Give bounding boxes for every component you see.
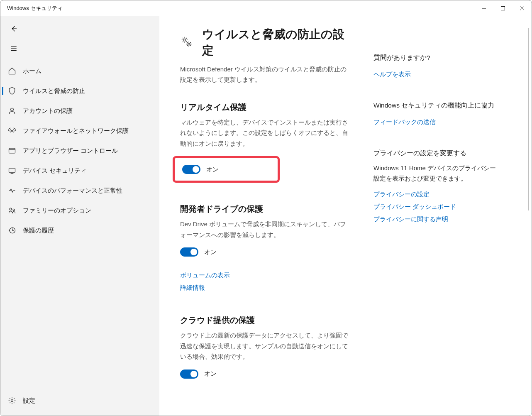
page-title: ウイルスと脅威の防止の設定 bbox=[202, 26, 352, 59]
svg-point-8 bbox=[11, 130, 12, 131]
sidebar-item-label: 設定 bbox=[23, 397, 35, 405]
svg-point-17 bbox=[184, 39, 186, 42]
realtime-toggle[interactable] bbox=[182, 165, 200, 174]
maximize-icon bbox=[500, 6, 505, 11]
privacy-heading: プライバシーの設定を変更する bbox=[373, 148, 502, 159]
minimize-button[interactable] bbox=[474, 0, 493, 16]
sidebar: ホーム ウイルスと脅威の防止 アカウントの保護 ファイアウォールとネットワーク保… bbox=[0, 16, 159, 416]
minimize-icon bbox=[481, 6, 486, 11]
link-privacy-settings[interactable]: プライバシーの設定 bbox=[373, 188, 502, 201]
svg-rect-1 bbox=[501, 6, 505, 10]
section-realtime: リアルタイム保護 マルウェアを特定し、デバイスでインストールまたは実行されないよ… bbox=[180, 102, 352, 183]
sidebar-item-settings[interactable]: 設定 bbox=[2, 391, 158, 411]
svg-point-18 bbox=[188, 43, 190, 45]
account-icon bbox=[8, 107, 16, 115]
shield-icon bbox=[8, 87, 16, 95]
family-icon bbox=[8, 206, 16, 215]
privacy-sub: Windows 11 Home デバイスのプライバシー設定を表示および変更できま… bbox=[373, 163, 502, 184]
device-icon bbox=[8, 166, 16, 175]
section-cloud: クラウド提供の保護 クラウド上の最新の保護データにアクセスして、より強固で迅速な… bbox=[180, 315, 352, 379]
sidebar-item-family[interactable]: ファミリーのオプション bbox=[2, 201, 158, 220]
link-get-help[interactable]: ヘルプを表示 bbox=[373, 68, 502, 81]
close-icon bbox=[520, 6, 525, 11]
section-title: クラウド提供の保護 bbox=[180, 315, 352, 326]
feedback-heading: Windows セキュリティの機能向上に協力 bbox=[373, 100, 502, 111]
sidebar-item-label: アカウントの保護 bbox=[23, 107, 73, 115]
devdrive-toggle[interactable] bbox=[180, 247, 198, 257]
svg-point-14 bbox=[13, 209, 15, 210]
svg-point-16 bbox=[11, 400, 13, 402]
sidebar-item-label: デバイス セキュリティ bbox=[23, 167, 87, 175]
feedback-section: Windows セキュリティの機能向上に協力 フィードバックの送信 bbox=[373, 100, 502, 128]
sidebar-item-perf[interactable]: デバイスのパフォーマンスと正常性 bbox=[2, 181, 158, 201]
section-title: 開発者ドライブの保護 bbox=[180, 203, 352, 215]
app-browser-icon bbox=[8, 147, 16, 155]
link-more-info[interactable]: 詳細情報 bbox=[180, 281, 352, 294]
firewall-icon bbox=[8, 127, 16, 135]
toggle-label: オン bbox=[204, 248, 217, 256]
maximize-button[interactable] bbox=[493, 0, 512, 16]
window-controls bbox=[474, 0, 532, 16]
privacy-section: プライバシーの設定を変更する Windows 11 Home デバイスのプライバ… bbox=[373, 148, 502, 225]
cloud-toggle[interactable] bbox=[180, 370, 198, 379]
help-heading: 質問がありますか? bbox=[373, 53, 502, 63]
sidebar-item-label: ウイルスと脅威の防止 bbox=[23, 87, 85, 95]
section-desc: クラウド上の最新の保護データにアクセスして、より強固で迅速な保護を実現します。サ… bbox=[180, 330, 352, 362]
help-section: 質問がありますか? ヘルプを表示 bbox=[373, 53, 502, 81]
content: ウイルスと脅威の防止の設定 Microsoft Defender ウイルス対策の… bbox=[159, 16, 532, 416]
page-subtitle: Microsoft Defender ウイルス対策のウイルスと脅威の防止の設定を… bbox=[180, 64, 352, 85]
settings-gear-icon bbox=[180, 35, 195, 49]
titlebar: Windows セキュリティ bbox=[0, 0, 532, 16]
section-title: リアルタイム保護 bbox=[180, 102, 352, 113]
link-privacy-dashboard[interactable]: プライバシー ダッシュボード bbox=[373, 201, 502, 213]
svg-rect-11 bbox=[9, 168, 15, 172]
gear-icon bbox=[8, 396, 16, 405]
nav: ホーム ウイルスと脅威の防止 アカウントの保護 ファイアウォールとネットワーク保… bbox=[0, 61, 159, 391]
main-column: ウイルスと脅威の防止の設定 Microsoft Defender ウイルス対策の… bbox=[180, 26, 359, 406]
toggle-label: オン bbox=[204, 370, 217, 378]
sidebar-item-label: デバイスのパフォーマンスと正常性 bbox=[23, 187, 122, 195]
back-arrow-icon bbox=[10, 25, 17, 32]
svg-point-7 bbox=[11, 108, 14, 111]
history-icon bbox=[8, 226, 16, 235]
right-column: 質問がありますか? ヘルプを表示 Windows セキュリティの機能向上に協力 … bbox=[373, 26, 502, 406]
sidebar-item-label: ファイアウォールとネットワーク保護 bbox=[23, 127, 129, 135]
window-title: Windows セキュリティ bbox=[7, 5, 63, 12]
back-button[interactable] bbox=[5, 20, 22, 37]
link-privacy-statement[interactable]: プライバシーに関する声明 bbox=[373, 213, 502, 225]
health-icon bbox=[8, 186, 16, 195]
home-icon bbox=[8, 67, 16, 75]
sidebar-item-home[interactable]: ホーム bbox=[2, 61, 158, 81]
sidebar-item-account[interactable]: アカウントの保護 bbox=[2, 101, 158, 121]
sidebar-item-appbrowser[interactable]: アプリとブラウザー コントロール bbox=[2, 141, 158, 161]
section-desc: マルウェアを特定し、デバイスでインストールまたは実行されないようにします。この設… bbox=[180, 117, 352, 149]
scrollbar[interactable] bbox=[528, 28, 529, 210]
sidebar-item-label: アプリとブラウザー コントロール bbox=[23, 147, 118, 155]
menu-button[interactable] bbox=[5, 40, 22, 57]
sidebar-item-device[interactable]: デバイス セキュリティ bbox=[2, 161, 158, 181]
sidebar-item-firewall[interactable]: ファイアウォールとネットワーク保護 bbox=[2, 121, 158, 141]
close-button[interactable] bbox=[512, 0, 532, 16]
sidebar-item-virus[interactable]: ウイルスと脅威の防止 bbox=[2, 81, 158, 101]
sidebar-item-label: ホーム bbox=[23, 67, 41, 75]
highlight-box: オン bbox=[173, 156, 280, 183]
sidebar-item-label: 保護の履歴 bbox=[23, 227, 54, 235]
link-view-volumes[interactable]: ボリュームの表示 bbox=[180, 269, 352, 281]
section-desc: Dev Drive ボリュームで脅威を非同期にスキャンして、パフォーマンスへの影… bbox=[180, 219, 352, 240]
svg-point-13 bbox=[10, 208, 12, 210]
svg-rect-9 bbox=[9, 148, 15, 153]
link-send-feedback[interactable]: フィードバックの送信 bbox=[373, 116, 502, 128]
section-devdrive: 開発者ドライブの保護 Dev Drive ボリュームで脅威を非同期にスキャンして… bbox=[180, 203, 352, 294]
hamburger-icon bbox=[10, 45, 17, 52]
toggle-label: オン bbox=[206, 166, 219, 174]
sidebar-item-history[interactable]: 保護の履歴 bbox=[2, 220, 158, 240]
sidebar-item-label: ファミリーのオプション bbox=[23, 207, 91, 215]
